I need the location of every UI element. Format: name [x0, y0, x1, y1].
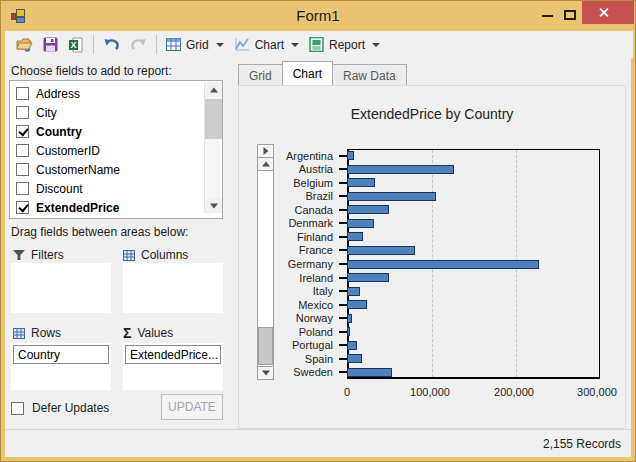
bar-portugal[interactable]	[347, 341, 357, 350]
open-folder-icon	[16, 37, 33, 52]
chart-menu-button[interactable]: Chart	[229, 34, 304, 55]
field-checkbox[interactable]	[16, 144, 29, 157]
field-row-country[interactable]: Country	[10, 122, 222, 141]
field-row-customerid[interactable]: CustomerID	[10, 141, 222, 160]
columns-drop-area[interactable]	[123, 263, 223, 313]
bar-denmark[interactable]	[347, 219, 374, 228]
bar-mexico[interactable]	[347, 300, 367, 309]
chart-row: France	[239, 244, 597, 258]
field-checkbox[interactable]	[16, 201, 29, 214]
report-menu-button[interactable]: Report	[304, 34, 385, 55]
field-chooser-label: Choose fields to add to report:	[11, 64, 172, 78]
bar-france[interactable]	[347, 246, 415, 255]
status-bar: 2,155 Records	[5, 429, 631, 456]
axis-tick	[339, 168, 347, 170]
bar-argentina[interactable]	[347, 151, 354, 160]
field-label: City	[36, 106, 57, 120]
undo-button[interactable]	[98, 34, 125, 55]
grid-menu-label: Grid	[186, 38, 209, 52]
close-button[interactable]	[582, 1, 634, 24]
chart-row: Belgium	[239, 176, 597, 190]
update-button[interactable]: UPDATE	[161, 394, 223, 420]
svg-text:X: X	[70, 40, 76, 50]
field-row-discount[interactable]: Discount	[10, 179, 222, 198]
scroll-up-button[interactable]	[205, 82, 222, 97]
filters-area-header: Filters	[13, 248, 64, 262]
chart-xaxis: 0100,000200,000300,000	[347, 386, 597, 400]
bar-ireland[interactable]	[347, 273, 389, 282]
bar-brazil[interactable]	[347, 192, 436, 201]
axis-tick	[339, 155, 347, 157]
bar-finland[interactable]	[347, 232, 363, 241]
bar-sweden[interactable]	[347, 368, 392, 377]
toolbar-separator	[93, 35, 94, 54]
field-list-scrollbar[interactable]	[204, 82, 221, 213]
bar-germany[interactable]	[347, 260, 539, 269]
axis-tick	[339, 263, 347, 265]
rows-drop-area[interactable]: Country	[11, 343, 111, 390]
bar-austria[interactable]	[347, 165, 454, 174]
redo-button[interactable]	[125, 34, 152, 55]
field-row-address[interactable]: Address	[10, 84, 222, 103]
open-button[interactable]	[11, 34, 38, 55]
grid-icon	[166, 37, 181, 52]
tab-grid[interactable]: Grid	[238, 64, 283, 85]
x-tick-label: 100,000	[410, 386, 450, 398]
chart-category-label: Argentina	[239, 150, 339, 162]
field-checkbox[interactable]	[16, 87, 29, 100]
field-row-extendedprice[interactable]: ExtendedPrice	[10, 198, 222, 217]
field-checkbox[interactable]	[16, 125, 29, 138]
columns-label: Columns	[141, 248, 188, 262]
bar-poland[interactable]	[347, 327, 350, 336]
defer-updates-checkbox[interactable]	[11, 402, 24, 415]
rows-field-chip[interactable]: Country	[13, 345, 109, 364]
field-row-customername[interactable]: CustomerName	[10, 160, 222, 179]
field-label: ExtendedPrice	[36, 201, 119, 215]
chart-category-label: France	[239, 244, 339, 256]
chart-category-label: Germany	[239, 258, 339, 270]
chart-category-label: Brazil	[239, 190, 339, 202]
grid-menu-button[interactable]: Grid	[161, 34, 229, 55]
chart-category-label: Belgium	[239, 177, 339, 189]
chart-category-label: Ireland	[239, 272, 339, 284]
tab-raw-data[interactable]: Raw Data	[332, 64, 407, 85]
export-excel-button[interactable]: X	[63, 34, 89, 56]
bar-spain[interactable]	[347, 354, 362, 363]
title-bar[interactable]: Form1	[1, 1, 635, 31]
bar-italy[interactable]	[347, 287, 360, 296]
toolbar-separator	[156, 35, 157, 54]
scrollbar-thumb[interactable]	[205, 99, 222, 139]
chart-rows: ArgentinaAustriaBelgiumBrazilCanadaDenma…	[239, 149, 597, 379]
values-area-header: Σ Values	[123, 326, 173, 340]
rows-grid-icon	[13, 328, 25, 339]
app-window: Form1 X Grid Chart	[0, 0, 636, 462]
chart-row: Poland	[239, 325, 597, 339]
maximize-button[interactable]	[564, 10, 576, 20]
field-checkbox[interactable]	[16, 106, 29, 119]
chart-title: ExtendedPrice by Country	[239, 106, 625, 122]
bar-belgium[interactable]	[347, 178, 375, 187]
filters-drop-area[interactable]	[11, 263, 111, 313]
field-row-city[interactable]: City	[10, 103, 222, 122]
chart-row: Argentina	[239, 149, 597, 163]
axis-tick	[339, 277, 347, 279]
tab-chart[interactable]: Chart	[282, 61, 333, 85]
values-field-chip[interactable]: ExtendedPrice...	[125, 345, 221, 364]
axis-tick	[339, 182, 347, 184]
save-button[interactable]	[38, 34, 63, 55]
scroll-down-button[interactable]	[205, 198, 222, 213]
chevron-down-icon	[216, 43, 224, 47]
chevron-down-icon	[372, 43, 380, 47]
arrow-up-icon	[210, 87, 218, 92]
field-checkbox[interactable]	[16, 163, 29, 176]
chart-category-label: Italy	[239, 285, 339, 297]
values-drop-area[interactable]: ExtendedPrice...	[123, 343, 223, 390]
chart-row: Italy	[239, 284, 597, 298]
bar-canada[interactable]	[347, 205, 389, 214]
filter-icon	[13, 250, 25, 261]
bar-norway[interactable]	[347, 314, 352, 323]
field-checkbox[interactable]	[16, 182, 29, 195]
rows-area-header: Rows	[13, 326, 61, 340]
minimize-button[interactable]	[542, 15, 553, 17]
field-label: Discount	[36, 182, 83, 196]
